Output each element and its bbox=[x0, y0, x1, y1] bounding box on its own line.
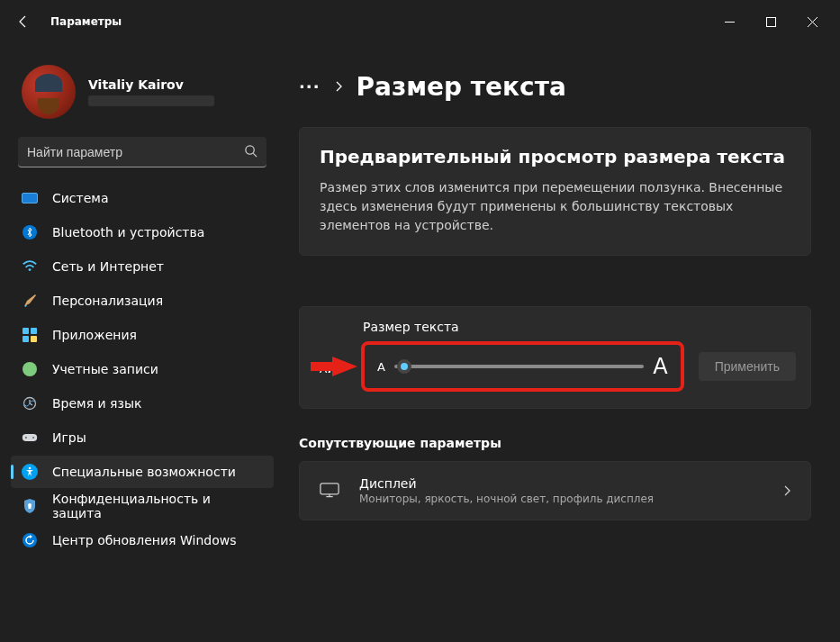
svg-point-4 bbox=[246, 145, 254, 153]
apps-icon bbox=[22, 327, 38, 343]
apply-button[interactable]: Применить bbox=[699, 352, 796, 381]
text-size-label: Размер текста bbox=[363, 320, 796, 334]
gamepad-icon bbox=[22, 430, 38, 446]
nav-label: Центр обновления Windows bbox=[52, 533, 236, 547]
profile-name: Vitaliy Kairov bbox=[88, 77, 214, 92]
svg-rect-8 bbox=[23, 434, 37, 441]
nav-label: Время и язык bbox=[52, 396, 141, 411]
svg-rect-13 bbox=[28, 506, 31, 509]
text-size-slider[interactable] bbox=[394, 365, 644, 368]
shield-icon bbox=[22, 498, 38, 514]
display-link-card[interactable]: Дисплей Мониторы, яркость, ночной свет, … bbox=[299, 461, 811, 520]
text-size-card: Размер текста AA A A Применить bbox=[299, 306, 811, 409]
search-input[interactable] bbox=[27, 145, 244, 159]
brush-icon bbox=[22, 293, 38, 309]
nav-apps[interactable]: Приложения bbox=[11, 319, 274, 351]
nav-gaming[interactable]: Игры bbox=[11, 421, 274, 454]
profile-email bbox=[88, 95, 214, 106]
svg-line-5 bbox=[253, 153, 257, 157]
profile[interactable]: Vitaliy Kairov bbox=[11, 50, 274, 137]
nav-privacy[interactable]: Конфиденциальность и защита bbox=[11, 490, 274, 522]
nav-label: Сеть и Интернет bbox=[52, 259, 164, 274]
breadcrumb: ··· Размер текста bbox=[299, 72, 811, 102]
preview-title: Предварительный просмотр размера текста bbox=[300, 128, 810, 178]
nav-update[interactable]: Центр обновления Windows bbox=[11, 524, 274, 556]
clock-icon bbox=[22, 395, 38, 411]
window-title: Параметры bbox=[50, 15, 122, 28]
nav-label: Конфиденциальность и защита bbox=[52, 492, 263, 520]
nav-label: Игры bbox=[52, 430, 86, 445]
nav-accounts[interactable]: Учетные записи bbox=[11, 353, 274, 385]
svg-rect-14 bbox=[321, 484, 339, 494]
nav-personalization[interactable]: Персонализация bbox=[11, 285, 274, 317]
nav-label: Bluetooth и устройства bbox=[52, 225, 204, 240]
chevron-right-icon bbox=[335, 80, 342, 95]
preview-card: Предварительный просмотр размера текста … bbox=[299, 127, 811, 256]
related-section-label: Сопутствующие параметры bbox=[299, 436, 811, 450]
svg-point-9 bbox=[25, 437, 27, 439]
back-button[interactable] bbox=[7, 5, 40, 38]
accessibility-icon bbox=[22, 464, 38, 480]
arrow-annotation bbox=[332, 357, 357, 376]
page-title: Размер текста bbox=[357, 72, 566, 102]
nav-label: Система bbox=[52, 191, 108, 205]
system-icon bbox=[22, 190, 38, 206]
minimize-button[interactable] bbox=[709, 4, 750, 40]
nav: Система Bluetooth и устройства Сеть и Ин… bbox=[11, 182, 274, 556]
nav-label: Учетные записи bbox=[52, 362, 158, 376]
svg-point-10 bbox=[32, 437, 34, 439]
breadcrumb-more-button[interactable]: ··· bbox=[299, 77, 321, 96]
svg-point-6 bbox=[29, 268, 32, 271]
preview-description: Размер этих слов изменится при перемещен… bbox=[300, 178, 810, 255]
settings-window: Параметры Vitaliy Kairov bbox=[0, 0, 840, 642]
person-icon bbox=[22, 361, 38, 377]
maximize-button[interactable] bbox=[750, 4, 791, 40]
nav-bluetooth[interactable]: Bluetooth и устройства bbox=[11, 216, 274, 249]
wifi-icon bbox=[22, 258, 38, 275]
main-content: ··· Размер текста Предварительный просмо… bbox=[277, 43, 833, 635]
slider-min-label: A bbox=[377, 360, 385, 374]
display-link-title: Дисплей bbox=[359, 476, 654, 491]
nav-label: Персонализация bbox=[52, 294, 163, 308]
nav-system[interactable]: Система bbox=[11, 182, 274, 214]
monitor-icon bbox=[320, 483, 339, 499]
nav-label: Специальные возможности bbox=[52, 465, 236, 479]
chevron-right-icon bbox=[783, 483, 790, 500]
close-button[interactable] bbox=[791, 4, 833, 40]
slider-max-label: A bbox=[653, 354, 667, 379]
nav-label: Приложения bbox=[52, 328, 137, 342]
nav-accessibility[interactable]: Специальные возможности bbox=[11, 456, 274, 488]
avatar bbox=[22, 65, 76, 119]
search-icon bbox=[244, 144, 257, 160]
sidebar: Vitaliy Kairov Система bbox=[7, 43, 277, 635]
svg-point-11 bbox=[29, 467, 32, 470]
nav-time[interactable]: Время и язык bbox=[11, 387, 274, 420]
slider-thumb[interactable] bbox=[397, 359, 411, 374]
update-icon bbox=[22, 532, 38, 548]
display-link-desc: Мониторы, яркость, ночной свет, профиль … bbox=[359, 493, 654, 505]
titlebar: Параметры bbox=[0, 0, 840, 43]
search-box[interactable] bbox=[18, 137, 266, 167]
svg-rect-1 bbox=[766, 17, 775, 26]
nav-network[interactable]: Сеть и Интернет bbox=[11, 250, 274, 283]
slider-highlight: A A bbox=[361, 341, 684, 392]
bluetooth-icon bbox=[22, 224, 38, 240]
